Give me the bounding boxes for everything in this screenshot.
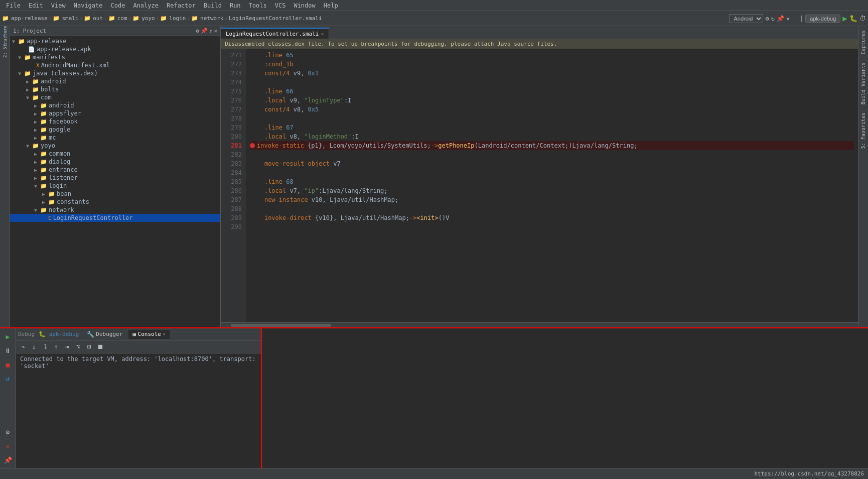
tree-label: listener xyxy=(49,174,78,181)
tree-label: yoyo xyxy=(41,142,55,149)
breadcrumb-yoyo[interactable]: yoyo xyxy=(141,15,155,22)
pin-debug-button[interactable]: 📌 xyxy=(2,454,14,466)
tree-common[interactable]: ▶ 📁 common xyxy=(10,150,220,158)
tab-debugger[interactable]: 🔧 Debugger xyxy=(83,330,126,339)
tree-com-android[interactable]: ▶ 📁 android xyxy=(10,101,220,109)
tree-java[interactable]: ▼ 📁 java (classes.dex) xyxy=(10,69,220,77)
tree-arrow: ▼ xyxy=(12,39,17,44)
right-tab-captures[interactable]: Captures xyxy=(859,26,867,58)
menu-refactor[interactable]: Refactor xyxy=(163,1,200,10)
debug-stop[interactable]: ⏹ xyxy=(95,342,105,352)
menu-view[interactable]: View xyxy=(47,1,70,10)
menu-edit[interactable]: Edit xyxy=(25,1,47,10)
debug-step-out[interactable]: ↑ xyxy=(51,342,61,352)
apk-debug-button[interactable]: apk-debug xyxy=(805,15,840,23)
tree-bean[interactable]: ▶ 📁 bean xyxy=(10,190,220,198)
tree-login[interactable]: ▼ 📁 login xyxy=(10,182,220,190)
menu-build[interactable]: Build xyxy=(200,1,226,10)
menu-help[interactable]: Help xyxy=(320,1,342,10)
tree-bolts[interactable]: ▶ 📁 bolts xyxy=(10,85,220,93)
tree-mc[interactable]: ▶ 📁 mc xyxy=(10,134,220,142)
menu-analyze[interactable]: Analyze xyxy=(129,1,163,10)
menu-navigate[interactable]: Navigate xyxy=(70,1,107,10)
tab-login-request-controller[interactable]: LoginRequestController.smali ✕ xyxy=(221,28,329,39)
left-tab-structure[interactable]: 2: Structure xyxy=(1,37,9,45)
tree-com[interactable]: ▼ 📁 com xyxy=(10,93,220,101)
tree-android[interactable]: ▶ 📁 android xyxy=(10,77,220,85)
menu-code[interactable]: Code xyxy=(107,1,129,10)
debug-trace[interactable]: ⊡ xyxy=(84,342,94,352)
line-num-277: 277 xyxy=(221,105,242,114)
tree-dialog[interactable]: ▶ 📁 dialog xyxy=(10,158,220,166)
project-tool-close[interactable]: ✕ xyxy=(214,28,217,34)
breadcrumb-login[interactable]: login xyxy=(169,15,186,22)
line-num-278: 278 xyxy=(221,114,242,123)
scrollbar-thumb[interactable] xyxy=(231,324,331,327)
tree-manifests[interactable]: ▼ 📁 manifests xyxy=(10,53,220,61)
resume-button[interactable]: ▶ xyxy=(2,330,14,342)
pause-button[interactable]: ⏸ xyxy=(2,344,14,356)
menu-window[interactable]: Window xyxy=(290,1,319,10)
left-vertical-tabs: 1: Project 2: Structure xyxy=(0,26,10,327)
debug-run-to-cursor[interactable]: ⇥ xyxy=(62,342,72,352)
code-editor[interactable]: .line 65 :cond_1b const/4 v9, 0x1 .line … xyxy=(246,49,858,322)
debug-left-actions: ▶ ⏸ ■ ↺ ⚙ ✕ 📌 xyxy=(0,328,16,468)
tree-app-release[interactable]: ▼ 📁 app-release xyxy=(10,37,220,45)
profile-btn[interactable]: ⏱ xyxy=(859,15,866,22)
folder-icon: 📁 xyxy=(40,135,47,141)
breadcrumb-app-release[interactable]: app-release xyxy=(11,15,48,22)
folder-icon: 📁 xyxy=(32,143,39,149)
tree-entrance[interactable]: ▶ 📁 entrance xyxy=(10,166,220,174)
horizontal-scrollbar[interactable] xyxy=(221,322,858,327)
folder-icon: 📁 xyxy=(40,151,47,157)
project-tool-expand[interactable]: ↕ xyxy=(209,28,213,34)
project-selector[interactable]: Android xyxy=(729,14,763,23)
breadcrumb-com[interactable]: com xyxy=(117,15,127,22)
breadcrumb-smali[interactable]: smali xyxy=(62,15,78,22)
project-tool-settings[interactable]: ⚙ xyxy=(196,28,199,34)
tree-facebook[interactable]: ▶ 📁 facebook xyxy=(10,117,220,126)
folder-icon7: 📁 xyxy=(191,15,198,22)
breadcrumb-file[interactable]: LoginRequestController.smali xyxy=(229,15,322,22)
close-debug-button[interactable]: ✕ xyxy=(2,440,14,452)
code-line-285: .line 68 xyxy=(250,177,854,186)
toolbar-pin-icon[interactable]: 📌 xyxy=(777,15,784,22)
tree-listener[interactable]: ▶ 📁 listener xyxy=(10,174,220,182)
debug-evaluate[interactable]: ⌥ xyxy=(73,342,83,352)
toolbar-refresh-icon[interactable]: ↻ xyxy=(771,15,775,22)
right-tab-build-variants[interactable]: Build Variants xyxy=(859,58,867,108)
project-tool-pin[interactable]: 📌 xyxy=(201,28,208,34)
breadcrumb-network[interactable]: network xyxy=(200,15,223,22)
tree-yoyo[interactable]: ▼ 📁 yoyo xyxy=(10,142,220,150)
breadcrumb-out[interactable]: out xyxy=(93,15,103,22)
tree-google[interactable]: ▶ 📁 google xyxy=(10,126,220,134)
line-num-290: 290 xyxy=(221,222,242,231)
tree-network[interactable]: ▼ 📁 network xyxy=(10,206,220,214)
tree-constants[interactable]: ▶ 📁 constants xyxy=(10,198,220,206)
rerun-button[interactable]: ↺ xyxy=(2,373,14,385)
toolbar-close-icon[interactable]: ✕ xyxy=(786,15,790,22)
run-btn[interactable]: ▶ xyxy=(842,14,847,23)
tree-appsflyer[interactable]: ▶ 📁 appsflyer xyxy=(10,109,220,117)
debug-force-step-into[interactable]: ⤵ xyxy=(40,342,50,352)
tab-console[interactable]: ⊞ Console ▾ xyxy=(128,330,170,339)
console-menu-icon[interactable]: ▾ xyxy=(163,331,166,337)
right-tab-favorites[interactable]: 5: Favorites xyxy=(859,108,867,153)
menu-tools[interactable]: Tools xyxy=(245,1,271,10)
breakpoint-dot[interactable] xyxy=(250,143,255,148)
tab-close-icon[interactable]: ✕ xyxy=(321,31,324,37)
menu-vcs[interactable]: VCS xyxy=(271,1,290,10)
line-num-288: 288 xyxy=(221,204,242,213)
tree-app-release-apk[interactable]: 📄 app-release.apk xyxy=(10,45,220,53)
menu-run[interactable]: Run xyxy=(226,1,245,10)
debug-run-btn[interactable]: 🐛 xyxy=(849,15,857,22)
console-panel: Debug 🐛 apk-debug 🔧 Debugger ⊞ Console ▾… xyxy=(16,328,262,468)
tree-login-request-controller[interactable]: C LoginRequestController xyxy=(10,214,220,222)
stop-button[interactable]: ■ xyxy=(2,358,14,371)
toolbar-settings-icon[interactable]: ⚙ xyxy=(765,15,769,22)
tree-androidmanifest[interactable]: X AndroidManifest.xml xyxy=(10,61,220,69)
debug-step-over[interactable]: ↷ xyxy=(18,342,28,352)
debug-step-into[interactable]: ↓ xyxy=(29,342,39,352)
settings-button[interactable]: ⚙ xyxy=(2,426,14,438)
menu-file[interactable]: File xyxy=(2,1,25,10)
